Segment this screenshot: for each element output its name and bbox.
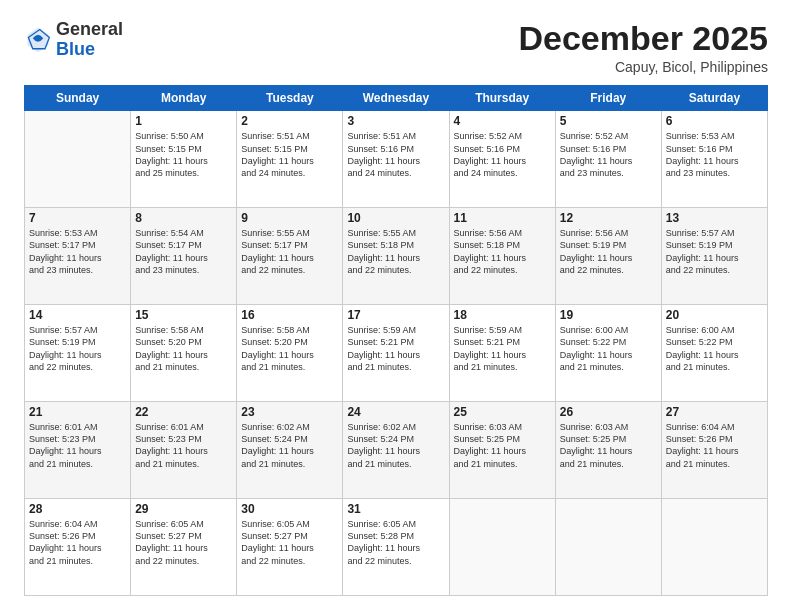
day-number: 20 bbox=[666, 308, 763, 322]
col-header-saturday: Saturday bbox=[661, 86, 767, 111]
calendar-week-row: 1Sunrise: 5:50 AMSunset: 5:15 PMDaylight… bbox=[25, 111, 768, 208]
day-number: 2 bbox=[241, 114, 338, 128]
day-number: 22 bbox=[135, 405, 232, 419]
calendar-week-row: 7Sunrise: 5:53 AMSunset: 5:17 PMDaylight… bbox=[25, 208, 768, 305]
day-info: Sunrise: 6:00 AMSunset: 5:22 PMDaylight:… bbox=[666, 324, 763, 373]
calendar-cell: 14Sunrise: 5:57 AMSunset: 5:19 PMDayligh… bbox=[25, 305, 131, 402]
calendar-cell: 24Sunrise: 6:02 AMSunset: 5:24 PMDayligh… bbox=[343, 402, 449, 499]
col-header-thursday: Thursday bbox=[449, 86, 555, 111]
calendar-week-row: 14Sunrise: 5:57 AMSunset: 5:19 PMDayligh… bbox=[25, 305, 768, 402]
calendar-week-row: 28Sunrise: 6:04 AMSunset: 5:26 PMDayligh… bbox=[25, 499, 768, 596]
day-number: 18 bbox=[454, 308, 551, 322]
month-title: December 2025 bbox=[518, 20, 768, 57]
day-info: Sunrise: 5:59 AMSunset: 5:21 PMDaylight:… bbox=[454, 324, 551, 373]
day-number: 5 bbox=[560, 114, 657, 128]
day-number: 13 bbox=[666, 211, 763, 225]
day-info: Sunrise: 6:03 AMSunset: 5:25 PMDaylight:… bbox=[560, 421, 657, 470]
calendar-cell: 28Sunrise: 6:04 AMSunset: 5:26 PMDayligh… bbox=[25, 499, 131, 596]
page: General Blue December 2025 Capuy, Bicol,… bbox=[0, 0, 792, 612]
calendar-cell: 8Sunrise: 5:54 AMSunset: 5:17 PMDaylight… bbox=[131, 208, 237, 305]
calendar-cell: 30Sunrise: 6:05 AMSunset: 5:27 PMDayligh… bbox=[237, 499, 343, 596]
day-info: Sunrise: 6:05 AMSunset: 5:28 PMDaylight:… bbox=[347, 518, 444, 567]
calendar-cell bbox=[555, 499, 661, 596]
calendar-cell: 29Sunrise: 6:05 AMSunset: 5:27 PMDayligh… bbox=[131, 499, 237, 596]
calendar-cell bbox=[661, 499, 767, 596]
day-info: Sunrise: 6:02 AMSunset: 5:24 PMDaylight:… bbox=[241, 421, 338, 470]
logo-icon bbox=[24, 26, 52, 54]
day-number: 27 bbox=[666, 405, 763, 419]
day-info: Sunrise: 5:57 AMSunset: 5:19 PMDaylight:… bbox=[29, 324, 126, 373]
day-info: Sunrise: 5:58 AMSunset: 5:20 PMDaylight:… bbox=[241, 324, 338, 373]
day-info: Sunrise: 6:05 AMSunset: 5:27 PMDaylight:… bbox=[135, 518, 232, 567]
day-number: 14 bbox=[29, 308, 126, 322]
day-info: Sunrise: 5:58 AMSunset: 5:20 PMDaylight:… bbox=[135, 324, 232, 373]
logo-blue-text: Blue bbox=[56, 39, 95, 59]
calendar-cell: 26Sunrise: 6:03 AMSunset: 5:25 PMDayligh… bbox=[555, 402, 661, 499]
day-number: 25 bbox=[454, 405, 551, 419]
day-number: 21 bbox=[29, 405, 126, 419]
calendar-cell: 5Sunrise: 5:52 AMSunset: 5:16 PMDaylight… bbox=[555, 111, 661, 208]
day-info: Sunrise: 5:51 AMSunset: 5:15 PMDaylight:… bbox=[241, 130, 338, 179]
day-number: 17 bbox=[347, 308, 444, 322]
day-number: 29 bbox=[135, 502, 232, 516]
calendar-cell: 17Sunrise: 5:59 AMSunset: 5:21 PMDayligh… bbox=[343, 305, 449, 402]
logo-text: General Blue bbox=[56, 20, 123, 60]
calendar-cell: 11Sunrise: 5:56 AMSunset: 5:18 PMDayligh… bbox=[449, 208, 555, 305]
calendar-cell: 19Sunrise: 6:00 AMSunset: 5:22 PMDayligh… bbox=[555, 305, 661, 402]
day-info: Sunrise: 5:57 AMSunset: 5:19 PMDaylight:… bbox=[666, 227, 763, 276]
day-number: 3 bbox=[347, 114, 444, 128]
day-info: Sunrise: 6:01 AMSunset: 5:23 PMDaylight:… bbox=[135, 421, 232, 470]
title-block: December 2025 Capuy, Bicol, Philippines bbox=[518, 20, 768, 75]
day-number: 1 bbox=[135, 114, 232, 128]
day-number: 9 bbox=[241, 211, 338, 225]
day-number: 24 bbox=[347, 405, 444, 419]
calendar-cell bbox=[25, 111, 131, 208]
day-info: Sunrise: 5:59 AMSunset: 5:21 PMDaylight:… bbox=[347, 324, 444, 373]
col-header-wednesday: Wednesday bbox=[343, 86, 449, 111]
day-number: 23 bbox=[241, 405, 338, 419]
col-header-tuesday: Tuesday bbox=[237, 86, 343, 111]
calendar-cell: 7Sunrise: 5:53 AMSunset: 5:17 PMDaylight… bbox=[25, 208, 131, 305]
calendar-cell: 10Sunrise: 5:55 AMSunset: 5:18 PMDayligh… bbox=[343, 208, 449, 305]
subtitle: Capuy, Bicol, Philippines bbox=[518, 59, 768, 75]
calendar-cell: 23Sunrise: 6:02 AMSunset: 5:24 PMDayligh… bbox=[237, 402, 343, 499]
day-info: Sunrise: 5:53 AMSunset: 5:17 PMDaylight:… bbox=[29, 227, 126, 276]
day-number: 15 bbox=[135, 308, 232, 322]
calendar-cell: 20Sunrise: 6:00 AMSunset: 5:22 PMDayligh… bbox=[661, 305, 767, 402]
day-info: Sunrise: 6:04 AMSunset: 5:26 PMDaylight:… bbox=[29, 518, 126, 567]
calendar-cell: 6Sunrise: 5:53 AMSunset: 5:16 PMDaylight… bbox=[661, 111, 767, 208]
calendar-week-row: 21Sunrise: 6:01 AMSunset: 5:23 PMDayligh… bbox=[25, 402, 768, 499]
day-number: 26 bbox=[560, 405, 657, 419]
day-info: Sunrise: 6:00 AMSunset: 5:22 PMDaylight:… bbox=[560, 324, 657, 373]
calendar-cell: 16Sunrise: 5:58 AMSunset: 5:20 PMDayligh… bbox=[237, 305, 343, 402]
day-number: 28 bbox=[29, 502, 126, 516]
calendar-header-row: SundayMondayTuesdayWednesdayThursdayFrid… bbox=[25, 86, 768, 111]
calendar-cell: 15Sunrise: 5:58 AMSunset: 5:20 PMDayligh… bbox=[131, 305, 237, 402]
calendar-cell: 12Sunrise: 5:56 AMSunset: 5:19 PMDayligh… bbox=[555, 208, 661, 305]
calendar-cell: 4Sunrise: 5:52 AMSunset: 5:16 PMDaylight… bbox=[449, 111, 555, 208]
day-info: Sunrise: 5:56 AMSunset: 5:19 PMDaylight:… bbox=[560, 227, 657, 276]
day-number: 12 bbox=[560, 211, 657, 225]
day-info: Sunrise: 5:52 AMSunset: 5:16 PMDaylight:… bbox=[454, 130, 551, 179]
calendar-cell: 27Sunrise: 6:04 AMSunset: 5:26 PMDayligh… bbox=[661, 402, 767, 499]
calendar-cell: 18Sunrise: 5:59 AMSunset: 5:21 PMDayligh… bbox=[449, 305, 555, 402]
day-number: 19 bbox=[560, 308, 657, 322]
day-info: Sunrise: 5:55 AMSunset: 5:17 PMDaylight:… bbox=[241, 227, 338, 276]
calendar-cell bbox=[449, 499, 555, 596]
calendar-cell: 2Sunrise: 5:51 AMSunset: 5:15 PMDaylight… bbox=[237, 111, 343, 208]
day-info: Sunrise: 6:05 AMSunset: 5:27 PMDaylight:… bbox=[241, 518, 338, 567]
calendar-cell: 3Sunrise: 5:51 AMSunset: 5:16 PMDaylight… bbox=[343, 111, 449, 208]
day-info: Sunrise: 5:53 AMSunset: 5:16 PMDaylight:… bbox=[666, 130, 763, 179]
day-info: Sunrise: 6:02 AMSunset: 5:24 PMDaylight:… bbox=[347, 421, 444, 470]
day-info: Sunrise: 5:55 AMSunset: 5:18 PMDaylight:… bbox=[347, 227, 444, 276]
day-number: 11 bbox=[454, 211, 551, 225]
day-info: Sunrise: 6:04 AMSunset: 5:26 PMDaylight:… bbox=[666, 421, 763, 470]
day-number: 16 bbox=[241, 308, 338, 322]
col-header-monday: Monday bbox=[131, 86, 237, 111]
day-number: 8 bbox=[135, 211, 232, 225]
calendar-cell: 1Sunrise: 5:50 AMSunset: 5:15 PMDaylight… bbox=[131, 111, 237, 208]
day-number: 4 bbox=[454, 114, 551, 128]
day-info: Sunrise: 5:54 AMSunset: 5:17 PMDaylight:… bbox=[135, 227, 232, 276]
calendar-cell: 25Sunrise: 6:03 AMSunset: 5:25 PMDayligh… bbox=[449, 402, 555, 499]
logo: General Blue bbox=[24, 20, 123, 60]
